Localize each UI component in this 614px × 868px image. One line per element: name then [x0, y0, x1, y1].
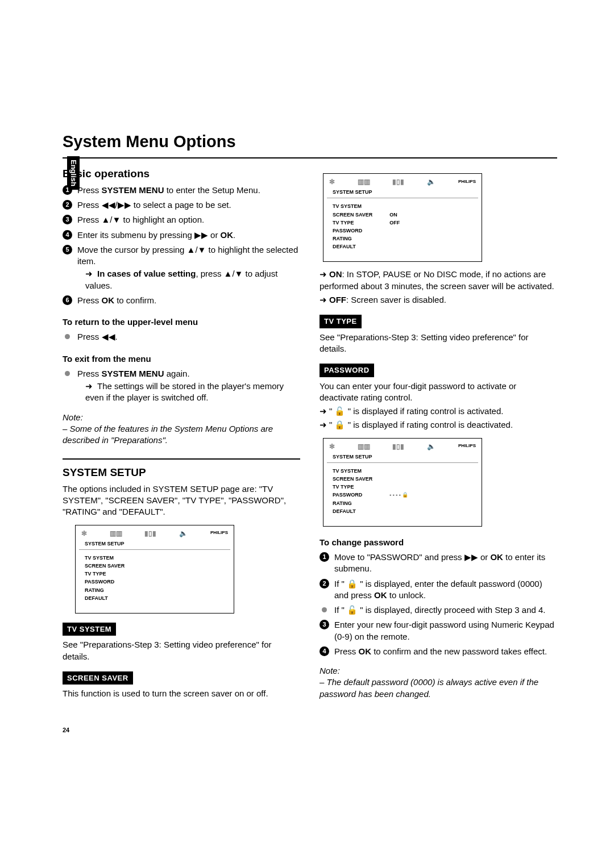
- right-column: ✻ ▥▥ ▮▯▮ 🔈 PHILIPS SYSTEM SETUP TV SYSTE…: [320, 166, 557, 734]
- note-block-right: Note: – The default password (0000) is a…: [320, 665, 557, 700]
- osd-item: SCREEN SAVER: [85, 562, 125, 569]
- note-label: Note:: [320, 665, 557, 677]
- osd-item: PASSWORD: [333, 227, 372, 234]
- section-rule: [63, 458, 300, 460]
- text: OK: [490, 552, 503, 562]
- text: Move the cursor by pressing ▲/▼ to highl…: [77, 245, 298, 266]
- osd-item: TV TYPE: [333, 219, 372, 226]
- exit-heading: To exit from the menu: [63, 353, 300, 365]
- cp-step-2: 2 If " 🔒 " is displayed, enter the defau…: [334, 578, 557, 602]
- basic-operations-heading: Basic operations: [63, 166, 300, 181]
- password-label: PASSWORD: [320, 364, 374, 377]
- text: OK: [374, 590, 387, 600]
- speaker-icon: 🔈: [427, 442, 435, 451]
- audio-icon: ▮▯▮: [144, 529, 156, 538]
- text: OFF: [329, 295, 346, 304]
- cp-step-1: 1 Move to "PASSWORD" and press ▶▶ or OK …: [334, 552, 557, 575]
- page-number: 24: [63, 726, 300, 735]
- video-icon: ▥▥: [358, 442, 370, 451]
- brand-label: PHILIPS: [458, 443, 476, 449]
- osd-screen-saver: ✻ ▥▥ ▮▯▮ 🔈 PHILIPS SYSTEM SETUP TV SYSTE…: [323, 173, 482, 262]
- osd-values: ON OFF: [389, 202, 400, 251]
- osd-item: RATING: [85, 587, 125, 594]
- settings-icon: ✻: [329, 442, 335, 451]
- osd-item: SCREEN SAVER: [333, 211, 372, 218]
- osd-list: TV SYSTEM SCREEN SAVER TV TYPE PASSWORD …: [333, 202, 372, 251]
- settings-icon: ✻: [81, 529, 87, 538]
- osd-item: TV SYSTEM: [333, 203, 372, 210]
- tv-system-body: See "Preparations-Step 3: Setting video …: [63, 639, 300, 662]
- osd-list: TV SYSTEM SCREEN SAVER TV TYPE PASSWORD …: [85, 553, 125, 603]
- left-column: Basic operations 1 Press SYSTEM MENU to …: [63, 166, 300, 734]
- text: to enter the Setup Menu.: [164, 185, 260, 195]
- screen-saver-body: This function is used to turn the screen…: [63, 688, 300, 699]
- text: Enter its submenu by pressing ▶▶ or: [77, 230, 221, 240]
- osd-item: RATING: [333, 235, 372, 242]
- osd-item: DEFAULT: [333, 508, 372, 515]
- text: : In STOP, PAUSE or No DISC mode, if no …: [320, 269, 554, 290]
- cp-step-2b: If " 🔓 " is displayed, directly proceed …: [334, 604, 557, 616]
- title-rule: [63, 157, 557, 158]
- osd-system-setup: ✻ ▥▥ ▮▯▮ 🔈 PHILIPS SYSTEM SETUP TV SYSTE…: [75, 525, 234, 614]
- cp-step-3: 3 Enter your new four-digit password usi…: [334, 619, 557, 642]
- off-description: ➜OFF: Screen saver is disabled.: [320, 294, 557, 306]
- osd-item: PASSWORD: [333, 491, 372, 498]
- text: to confirm and the new password takes ef…: [371, 646, 547, 656]
- text: " 🔒 " is displayed if rating control is …: [329, 420, 513, 429]
- tv-type-label: TV TYPE: [320, 315, 362, 328]
- text: again.: [164, 369, 190, 378]
- text: In cases of value setting: [97, 269, 196, 278]
- password-deactivated: ➜" 🔒 " is displayed if rating control is…: [320, 419, 557, 431]
- screen-saver-label: SCREEN SAVER: [63, 671, 133, 685]
- tv-type-body: See "Preparations-Step 3: Setting video …: [320, 332, 557, 355]
- osd-list: TV SYSTEM SCREEN SAVER TV TYPE PASSWORD …: [333, 466, 372, 516]
- osd-values: - - - - 🔒: [389, 466, 408, 516]
- text: Move to "PASSWORD" and press ▶▶ or: [334, 552, 490, 562]
- step-4: 4 Enter its submenu by pressing ▶▶ or OK…: [77, 229, 300, 241]
- text: Press: [77, 369, 102, 378]
- video-icon: ▥▥: [110, 529, 122, 538]
- audio-icon: ▮▯▮: [392, 442, 404, 451]
- step-2: 2 Press ◀◀/▶▶ to select a page to be set…: [77, 199, 300, 211]
- step-3: 3 Press ▲/▼ to highlight an option.: [77, 214, 300, 226]
- osd-item: DEFAULT: [85, 595, 125, 602]
- text: OK: [359, 646, 372, 656]
- text: If " 🔓 " is displayed, directly proceed …: [334, 605, 546, 615]
- text: .: [233, 230, 235, 240]
- speaker-icon: 🔈: [427, 177, 435, 186]
- text: Press: [334, 646, 359, 656]
- password-intro: You can enter your four-digit password t…: [320, 381, 557, 404]
- system-setup-heading: SYSTEM SETUP: [63, 465, 300, 480]
- text: Press: [77, 185, 102, 195]
- video-icon: ▥▥: [358, 177, 370, 186]
- speaker-icon: 🔈: [179, 529, 188, 538]
- osd-item: SCREEN SAVER: [333, 475, 372, 482]
- osd-item: TV TYPE: [333, 483, 372, 490]
- brand-label: PHILIPS: [458, 179, 476, 185]
- osd-value: - - - - 🔒: [389, 491, 408, 498]
- text: Press ▲/▼ to highlight an option.: [77, 215, 204, 224]
- osd-item: RATING: [333, 500, 372, 507]
- text: ON: [329, 269, 342, 279]
- osd-value: ON: [389, 211, 400, 218]
- on-description: ➜ON: In STOP, PAUSE or No DISC mode, if …: [320, 269, 557, 292]
- note-label: Note:: [63, 412, 300, 423]
- text: If " 🔒 " is displayed, enter the default…: [334, 579, 542, 600]
- audio-icon: ▮▯▮: [392, 177, 404, 186]
- osd-title: SYSTEM SETUP: [79, 539, 230, 550]
- text: : Screen saver is disabled.: [346, 295, 446, 304]
- step-6: 6 Press OK to confirm.: [77, 295, 300, 306]
- text: The settings will be stored in the playe…: [85, 381, 284, 402]
- return-heading: To return to the upper-level menu: [63, 316, 300, 328]
- osd-value: OFF: [389, 219, 400, 226]
- osd-title: SYSTEM SETUP: [327, 452, 478, 463]
- note-block: Note: – Some of the features in the Syst…: [63, 412, 300, 446]
- text: Press ◀◀.: [77, 332, 118, 341]
- step-5: 5 Move the cursor by pressing ▲/▼ to hig…: [77, 244, 300, 291]
- password-activated: ➜" 🔓 " is displayed if rating control is…: [320, 406, 557, 417]
- text: OK: [102, 295, 115, 305]
- return-step: Press ◀◀.: [77, 331, 300, 343]
- text: to unlock.: [387, 590, 426, 600]
- tv-system-label: TV SYSTEM: [63, 623, 116, 636]
- text: OK: [221, 230, 234, 240]
